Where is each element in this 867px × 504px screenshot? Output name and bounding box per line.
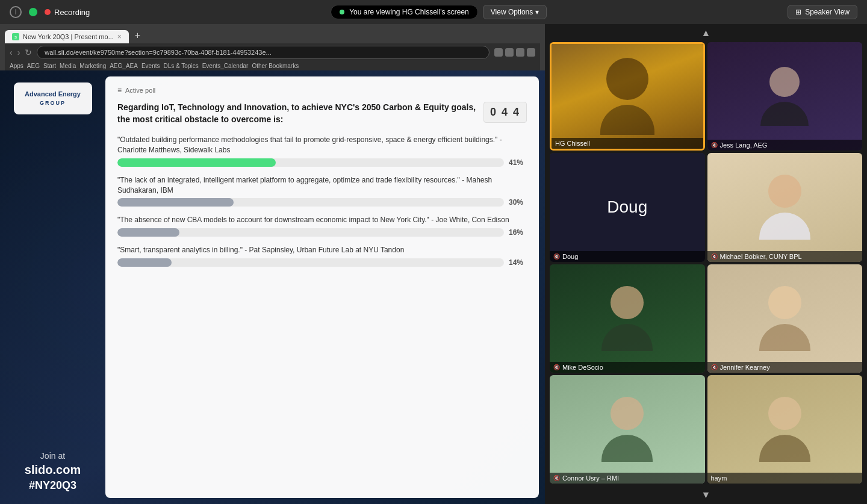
active-tab[interactable]: s New York 20Q3 | Present mo... × <box>5 30 129 43</box>
active-poll-header: ≡ Active poll <box>117 86 527 95</box>
bookmark-dls[interactable]: DLs & Topics <box>163 63 198 69</box>
video-cell-hg[interactable]: HG Chissell <box>550 42 705 151</box>
browser-chrome: s New York 20Q3 | Present mo... × + ‹ › … <box>0 24 545 70</box>
top-bar: i Recording You are viewing HG Chissell'… <box>0 0 867 24</box>
poll-option-1: "Outdated building performance methodolo… <box>117 135 527 167</box>
address-bar[interactable] <box>37 46 489 59</box>
poll-option-1-text: "Outdated building performance methodolo… <box>117 135 527 155</box>
bookmark-marketing[interactable]: Marketing <box>79 63 106 69</box>
scroll-up-button[interactable]: ▲ <box>550 24 862 42</box>
video-cell-mike[interactable]: 🔇 Mike DeSocio <box>550 264 705 373</box>
mike-name-text: Mike DeSocio <box>562 364 603 371</box>
new-tab-button[interactable]: + <box>130 28 214 43</box>
bookmark-apps[interactable]: Apps <box>10 63 23 69</box>
extension-icon-4[interactable] <box>527 48 535 57</box>
michael-name-text: Michael Bobker, CUNY BPL <box>720 253 802 260</box>
connor-silhouette <box>550 375 705 484</box>
bookmark-aeg-aea[interactable]: AEG_AEA <box>110 63 138 69</box>
video-cell-jess-bg <box>707 42 863 151</box>
poll-bar-4: 14% <box>117 258 527 267</box>
viewing-pill: You are viewing HG Chissell's screen <box>331 5 478 19</box>
viewing-text: You are viewing HG Chissell's screen <box>349 8 469 16</box>
chevron-down-icon: ▾ <box>535 8 539 16</box>
video-cell-jennifer[interactable]: 🔇 Jennifer Kearney <box>707 264 863 373</box>
extension-icon-2[interactable] <box>505 48 514 57</box>
michael-silhouette <box>707 153 863 261</box>
poll-bar-fill-1 <box>117 158 276 167</box>
browser-address-bar: ‹ › ↻ <box>5 43 540 61</box>
video-cell-hg-name: HG Chissell <box>552 138 703 149</box>
viewing-dot <box>340 10 344 14</box>
video-cell-doug[interactable]: Doug 🔇 Doug <box>550 153 705 261</box>
video-cell-mike-name: 🔇 Mike DeSocio <box>550 362 705 373</box>
bookmark-events[interactable]: Events <box>141 63 160 69</box>
poll-bar-2: 30% <box>117 198 527 207</box>
aeg-logo-text: Advanced EnergyGROUP <box>23 90 82 107</box>
join-url: slido.com <box>25 463 81 477</box>
status-dot <box>29 8 37 16</box>
poll-pct-1: 41% <box>509 158 527 167</box>
video-cell-haym-bg <box>707 375 863 484</box>
browser-bookmarks: Apps AEG Start Media Marketing AEG_AEA E… <box>5 61 540 70</box>
slido-left-panel: Advanced EnergyGROUP Join at slido.com #… <box>0 70 105 504</box>
hg-silhouette <box>552 44 703 149</box>
jess-silhouette <box>707 42 863 151</box>
tab-label: New York 20Q3 | Present mo... <box>23 33 114 40</box>
poll-bar-bg-1 <box>117 158 504 167</box>
bookmark-other[interactable]: Other Bookmarks <box>252 63 299 69</box>
video-cell-michael[interactable]: 🔇 Michael Bobker, CUNY BPL <box>707 153 863 261</box>
poll-bar-bg-4 <box>117 258 504 267</box>
video-grid-inner: HG Chissell 🔇 Jess Lang, AEG Doug 🔇 <box>550 42 862 486</box>
view-options-label: View Options <box>491 8 533 16</box>
slido-frame: Advanced EnergyGROUP Join at slido.com #… <box>0 70 545 504</box>
poll-bar-3: 16% <box>117 228 527 237</box>
top-bar-left: i Recording <box>10 6 90 18</box>
active-poll-label: Active poll <box>125 87 155 94</box>
poll-bar-fill-4 <box>117 258 172 267</box>
join-at-label: Join at <box>25 451 81 461</box>
haym-name-text: haym <box>711 474 727 482</box>
poll-option-2: "The lack of an integrated, intelligent … <box>117 175 527 207</box>
video-cell-mike-bg <box>550 264 705 373</box>
extension-icon-3[interactable] <box>516 48 524 57</box>
poll-bar-fill-2 <box>117 198 234 207</box>
scroll-down-button[interactable]: ▼ <box>550 486 862 504</box>
info-icon[interactable]: i <box>10 6 22 18</box>
michael-mute-icon: 🔇 <box>711 254 718 260</box>
bookmark-calendar[interactable]: Events_Calendar <box>202 63 249 69</box>
reload-button[interactable]: ↻ <box>25 48 32 57</box>
poll-pct-4: 14% <box>509 258 527 267</box>
poll-option-4-text: "Smart, transparent analytics in billing… <box>117 245 527 255</box>
poll-option-4: "Smart, transparent analytics in billing… <box>117 245 527 267</box>
hg-name-text: HG Chissell <box>555 140 590 147</box>
tab-favicon: s <box>12 33 19 40</box>
poll-option-2-text: "The lack of an integrated, intelligent … <box>117 175 527 196</box>
bookmark-aeg[interactable]: AEG <box>27 63 40 69</box>
poll-bar-bg-3 <box>117 228 504 237</box>
poll-bar-1: 41% <box>117 158 527 167</box>
slido-poll-panel: ≡ Active poll 0 4 4 Regarding IoT, Techn… <box>105 76 539 498</box>
top-bar-center: You are viewing HG Chissell's screen Vie… <box>331 5 547 19</box>
back-button[interactable]: ‹ <box>10 48 13 57</box>
bookmark-start[interactable]: Start <box>43 63 56 69</box>
poll-question: 0 4 4 Regarding IoT, Technology and Inno… <box>117 102 527 125</box>
extension-icon-1[interactable] <box>494 48 503 57</box>
video-cell-connor[interactable]: 🔇 Connor Usry – RMI <box>550 375 705 484</box>
view-options-button[interactable]: View Options ▾ <box>483 5 547 19</box>
video-cell-connor-bg <box>550 375 705 484</box>
poll-option-3: "The absence of new CBA models to accoun… <box>117 215 527 237</box>
video-cell-haym[interactable]: haym <box>707 375 863 484</box>
haym-silhouette <box>707 375 863 484</box>
video-cell-jess-name: 🔇 Jess Lang, AEG <box>707 140 863 151</box>
tab-close-button[interactable]: × <box>117 33 122 41</box>
bookmark-media[interactable]: Media <box>60 63 76 69</box>
video-cell-jess[interactable]: 🔇 Jess Lang, AEG <box>707 42 863 151</box>
rec-dot <box>45 9 51 15</box>
poll-question-text: Regarding IoT, Technology and Innovation… <box>117 102 476 124</box>
video-cell-jennifer-name: 🔇 Jennifer Kearney <box>707 362 863 373</box>
forward-button[interactable]: › <box>17 48 20 57</box>
speaker-view-button[interactable]: ⊞ Speaker View <box>788 5 857 19</box>
poll-pct-2: 30% <box>509 198 527 207</box>
join-hash: #NY20Q3 <box>25 479 81 492</box>
mike-silhouette <box>550 264 705 373</box>
